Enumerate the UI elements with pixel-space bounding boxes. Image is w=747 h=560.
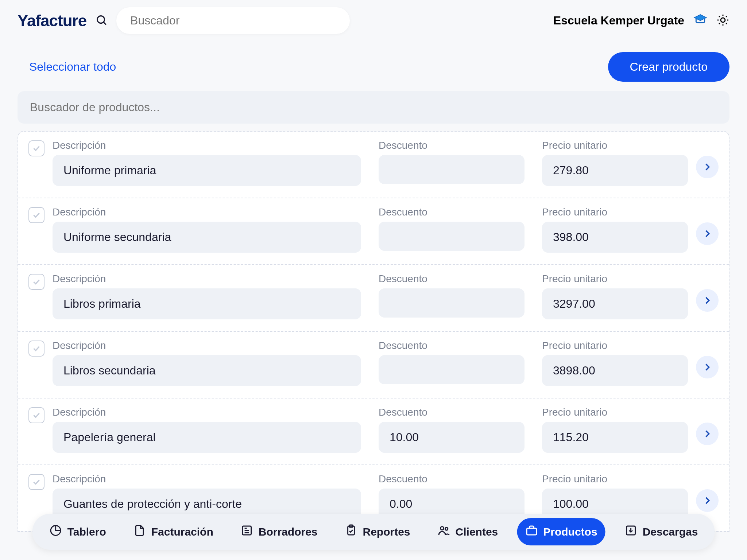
clipboard-icon	[345, 524, 358, 540]
description-value[interactable]: Papelería general	[53, 422, 361, 453]
svg-line-8	[726, 23, 727, 24]
row-expand-button[interactable]	[696, 423, 719, 445]
nav-dashboard[interactable]: Tablero	[41, 518, 114, 545]
select-all-link[interactable]: Seleccionar todo	[29, 60, 116, 74]
product-row: Descripción Uniforme primaria Descuento …	[18, 132, 729, 198]
description-value[interactable]: Libros primaria	[53, 288, 361, 319]
unit-price-label: Precio unitario	[542, 340, 688, 351]
search-icon[interactable]	[95, 14, 108, 28]
row-expand-button[interactable]	[696, 356, 719, 378]
logo: Yafacture	[18, 12, 86, 30]
description-value[interactable]: Uniforme primaria	[53, 155, 361, 186]
svg-point-18	[445, 528, 448, 530]
create-product-button[interactable]: Crear producto	[608, 52, 729, 82]
nav-products[interactable]: Productos	[517, 518, 605, 545]
document-icon	[133, 524, 146, 540]
row-checkbox[interactable]	[28, 274, 44, 290]
unit-price-label: Precio unitario	[542, 407, 688, 418]
description-label: Descripción	[53, 140, 361, 151]
unit-price-label: Precio unitario	[542, 206, 688, 218]
sun-icon[interactable]	[716, 13, 729, 28]
product-row: Descripción Papelería general Descuento …	[18, 398, 729, 465]
row-checkbox[interactable]	[28, 474, 44, 490]
unit-price-label: Precio unitario	[542, 140, 688, 151]
description-value[interactable]: Uniforme secundaria	[53, 222, 361, 253]
discount-value[interactable]	[379, 355, 525, 384]
unit-price-value[interactable]: 3898.00	[542, 355, 688, 386]
nav-drafts[interactable]: Borradores	[232, 518, 326, 545]
newspaper-icon	[240, 524, 253, 540]
unit-price-value[interactable]: 279.80	[542, 155, 688, 186]
nav-downloads[interactable]: Descargas	[616, 518, 706, 545]
svg-line-9	[719, 23, 720, 24]
svg-rect-19	[527, 528, 537, 535]
unit-price-label: Precio unitario	[542, 273, 688, 285]
nav-label: Descargas	[643, 526, 698, 538]
nav-reports[interactable]: Reportes	[337, 518, 418, 545]
row-expand-button[interactable]	[696, 289, 719, 312]
discount-label: Descuento	[379, 206, 525, 218]
global-search[interactable]	[116, 7, 350, 34]
nav-label: Borradores	[259, 526, 318, 538]
svg-line-1	[104, 22, 106, 24]
discount-label: Descuento	[379, 273, 525, 285]
description-label: Descripción	[53, 206, 361, 218]
nav-label: Facturación	[151, 526, 213, 538]
nav-label: Reportes	[363, 526, 410, 538]
description-label: Descripción	[53, 340, 361, 351]
unit-price-value[interactable]: 115.20	[542, 422, 688, 453]
row-checkbox[interactable]	[28, 407, 44, 423]
description-label: Descripción	[53, 473, 361, 485]
discount-label: Descuento	[379, 473, 525, 485]
discount-value[interactable]	[379, 288, 525, 318]
svg-point-2	[721, 18, 725, 22]
row-checkbox[interactable]	[28, 207, 44, 223]
briefcase-icon	[525, 524, 538, 540]
pie-chart-icon	[49, 524, 62, 540]
unit-price-value[interactable]: 398.00	[542, 222, 688, 253]
description-value[interactable]: Libros secundaria	[53, 355, 361, 386]
product-search-input[interactable]	[30, 101, 717, 114]
row-checkbox[interactable]	[28, 140, 44, 156]
nav-label: Productos	[543, 526, 597, 538]
row-expand-button[interactable]	[696, 156, 719, 178]
svg-line-7	[719, 16, 720, 17]
nav-invoicing[interactable]: Facturación	[125, 518, 221, 545]
unit-price-value[interactable]: 3297.00	[542, 288, 688, 319]
discount-value[interactable]: 10.00	[379, 422, 525, 453]
discount-label: Descuento	[379, 407, 525, 418]
nav-label: Tablero	[67, 526, 106, 538]
row-checkbox[interactable]	[28, 341, 44, 357]
unit-price-label: Precio unitario	[542, 473, 688, 485]
org-name: Escuela Kemper Urgate	[553, 14, 684, 27]
bottom-nav: Tablero Facturación Borradores Reportes …	[32, 514, 715, 550]
svg-point-0	[97, 16, 105, 23]
row-expand-button[interactable]	[696, 222, 719, 245]
row-expand-button[interactable]	[696, 489, 719, 512]
discount-value[interactable]	[379, 155, 525, 184]
global-search-input[interactable]	[130, 14, 336, 27]
users-icon	[437, 524, 450, 540]
discount-value[interactable]	[379, 222, 525, 251]
svg-point-17	[441, 527, 444, 530]
education-icon[interactable]	[693, 13, 708, 29]
description-label: Descripción	[53, 407, 361, 418]
discount-label: Descuento	[379, 140, 525, 151]
product-row: Descripción Uniforme secundaria Descuent…	[18, 198, 729, 265]
discount-label: Descuento	[379, 340, 525, 351]
svg-line-10	[726, 16, 727, 17]
product-search[interactable]	[18, 91, 729, 124]
nav-clients[interactable]: Clientes	[429, 518, 506, 545]
product-row: Descripción Libros secundaria Descuento …	[18, 332, 729, 398]
nav-label: Clientes	[456, 526, 498, 538]
description-label: Descripción	[53, 273, 361, 285]
download-icon	[624, 524, 638, 540]
product-row: Descripción Libros primaria Descuento Pr…	[18, 265, 729, 332]
